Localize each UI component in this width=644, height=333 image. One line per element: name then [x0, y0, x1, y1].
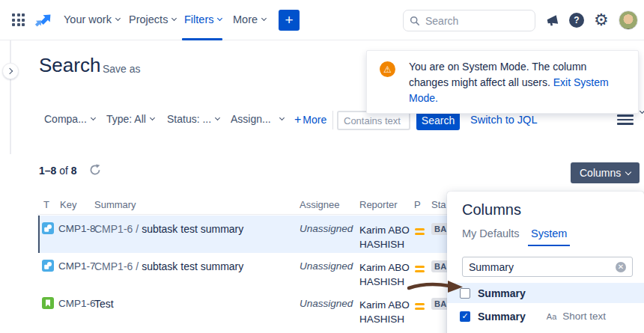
columns-button[interactable]: Columns	[571, 162, 640, 183]
column-header-summary[interactable]: Summary	[94, 199, 136, 210]
nav-your-work[interactable]: Your work	[64, 13, 120, 25]
page-title: Search	[39, 54, 100, 77]
jira-issue-search-screen: Your work Projects Filters More + ? ⚙	[0, 0, 644, 333]
chevron-down-icon	[215, 115, 220, 120]
columns-button-label: Columns	[580, 167, 621, 179]
column-option-label: Summary	[478, 311, 526, 323]
issue-summary[interactable]: CMP1-6 /subtask test summary	[94, 223, 243, 235]
nav-more[interactable]: More	[233, 13, 266, 25]
app-switcher-icon[interactable]	[12, 13, 25, 26]
issue-key-link[interactable]: CMP1-6	[58, 298, 96, 309]
column-header-status[interactable]: Sta	[431, 199, 446, 210]
columns-panel-title: Columns	[462, 201, 521, 219]
summary-text[interactable]: subtask test summary	[142, 223, 243, 235]
global-search-box[interactable]	[403, 10, 535, 31]
search-icon	[410, 16, 420, 26]
filter-dropdown-status[interactable]: Status: ...	[167, 113, 219, 125]
results-total: 8	[71, 165, 77, 177]
clear-search-icon[interactable]: ✕	[616, 262, 626, 272]
reporter-value: Karim ABO HASHISH	[359, 260, 413, 289]
column-option-summary[interactable]: Summary	[447, 283, 644, 303]
nav-filters[interactable]: Filters	[184, 13, 222, 25]
sidebar-collapsed-edge	[10, 40, 11, 154]
list-view-options-icon[interactable]	[617, 114, 635, 127]
filter-dropdown-type[interactable]: Type: All	[106, 113, 154, 125]
field-type-label: Short text	[562, 311, 606, 322]
chevron-down-icon	[261, 16, 267, 21]
issue-key-link[interactable]: CMP1-8	[58, 223, 96, 234]
help-icon[interactable]: ?	[569, 13, 584, 28]
column-option-summary-short-text[interactable]: ✓ Summary Aa Short text	[447, 306, 644, 326]
assignee-value: Unassigned	[300, 223, 353, 234]
results-of-label: of	[59, 165, 68, 177]
assignee-value: Unassigned	[300, 260, 353, 272]
priority-medium-icon	[415, 266, 425, 274]
banner-message: You are on System Mode. The column chang…	[409, 59, 629, 106]
checkbox-unchecked[interactable]	[460, 288, 470, 299]
results-count: 1–8 of 8	[39, 165, 77, 177]
subtask-type-icon	[42, 260, 54, 272]
chevron-down-icon	[115, 16, 121, 21]
nav-your-work-label: Your work	[64, 13, 112, 25]
filter-dropdown-company[interactable]: Compa...	[44, 113, 95, 125]
filter-assignee-label: Assign...	[231, 113, 271, 125]
global-search-input[interactable]	[425, 15, 523, 27]
filter-dropdown-assignee[interactable]: Assign...	[231, 113, 284, 125]
issue-summary[interactable]: CMP1-6 /subtask test summary	[94, 260, 243, 272]
expand-sidebar-button[interactable]	[2, 63, 19, 79]
chevron-down-icon	[91, 115, 96, 120]
assignee-value: Unassigned	[300, 298, 353, 309]
summary-text[interactable]: Test	[94, 298, 114, 310]
system-mode-warning-banner: ⚠ You are on System Mode. The column cha…	[366, 50, 639, 114]
nav-filters-label: Filters	[184, 13, 213, 25]
column-header-assignee[interactable]: Assignee	[300, 199, 339, 210]
column-search-box[interactable]: ✕	[462, 257, 633, 277]
chevron-down-icon	[171, 16, 177, 21]
column-header-priority[interactable]: P	[414, 199, 421, 210]
priority-medium-icon	[415, 228, 425, 236]
chevron-down-icon	[217, 16, 222, 21]
checkbox-checked[interactable]: ✓	[460, 311, 470, 322]
column-header-type[interactable]: T	[43, 199, 49, 210]
subtask-type-icon	[42, 222, 54, 234]
refresh-icon[interactable]	[89, 164, 101, 176]
warning-icon: ⚠	[380, 61, 395, 77]
save-as-button[interactable]: Save as	[103, 63, 141, 75]
chevron-down-icon	[150, 115, 155, 120]
jira-logo-icon[interactable]	[34, 11, 54, 31]
column-search-input[interactable]	[469, 261, 616, 273]
story-type-icon	[42, 297, 54, 309]
summary-text[interactable]: subtask test summary	[142, 260, 243, 272]
reporter-value: Karim ABO HASHISH	[359, 223, 413, 251]
announcements-megaphone-icon[interactable]	[544, 13, 559, 28]
priority-medium-icon	[415, 303, 425, 311]
nav-projects[interactable]: Projects	[129, 13, 176, 25]
column-option-label: Summary	[478, 287, 526, 299]
short-text-field-icon: Aa	[547, 312, 556, 321]
issue-key-link[interactable]: CMP1-7	[58, 260, 96, 272]
tab-my-defaults[interactable]: My Defaults	[462, 227, 520, 245]
user-avatar[interactable]	[619, 10, 638, 30]
tab-system[interactable]: System	[528, 227, 570, 246]
active-nav-indicator	[182, 38, 222, 40]
chevron-down-icon	[640, 109, 644, 114]
nav-projects-label: Projects	[129, 13, 168, 25]
parent-issue-key[interactable]: CMP1-6 /	[94, 223, 139, 235]
filter-status-label: Status: ...	[167, 113, 211, 125]
plus-icon: +	[294, 113, 301, 126]
column-header-key[interactable]: Key	[60, 199, 76, 210]
column-header-reporter[interactable]: Reporter	[359, 199, 398, 210]
top-navigation-bar: Your work Projects Filters More + ? ⚙	[0, 0, 644, 40]
more-filters-label: More	[303, 114, 326, 126]
reporter-value: Karim ABO HASHISH	[359, 298, 413, 326]
columns-dropdown-panel: Columns My Defaults System ✕ Summary ✓ S…	[447, 192, 644, 333]
settings-gear-icon[interactable]: ⚙	[594, 10, 609, 29]
chevron-right-icon	[7, 68, 13, 74]
more-filters-button[interactable]: +More	[294, 113, 326, 126]
switch-to-jql-link[interactable]: Switch to JQL	[470, 114, 537, 126]
filter-divider	[332, 111, 333, 129]
parent-issue-key[interactable]: CMP1-6 /	[94, 260, 139, 272]
chevron-down-icon	[279, 115, 285, 120]
create-issue-button[interactable]: +	[279, 10, 300, 31]
issue-summary[interactable]: Test	[94, 298, 114, 310]
